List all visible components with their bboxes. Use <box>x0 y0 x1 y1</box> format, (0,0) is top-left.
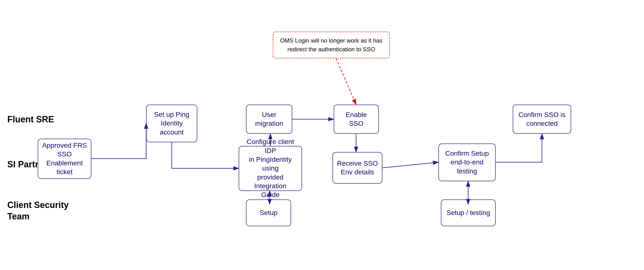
node-setup-ping-text: Set up PingIdentityaccount <box>154 110 190 137</box>
node-configure-client-text: Configure client IDPin PingIdentity usin… <box>242 137 298 200</box>
node-approved-frs: Approved FRSSSOEnablementticket <box>38 139 91 179</box>
oms-login-note: OMS Login will no longer work as it has … <box>273 32 390 58</box>
node-approved-frs-text: Approved FRSSSOEnablementticket <box>42 141 87 177</box>
node-enable-sso-text: EnableSSO <box>346 110 367 128</box>
node-receive-sso: Receive SSOEnv details <box>332 152 382 184</box>
node-confirm-setup-text: Confirm Setupend-to-endtesting <box>445 149 489 176</box>
note-text: OMS Login will no longer work as it has … <box>278 36 384 54</box>
node-configure-client: Configure client IDPin PingIdentity usin… <box>239 146 302 191</box>
node-receive-sso-text: Receive SSOEnv details <box>337 159 378 177</box>
node-setup: Setup <box>246 200 291 226</box>
node-confirm-sso-text: Confirm SSO isconnected <box>518 110 566 128</box>
node-confirm-setup: Confirm Setupend-to-endtesting <box>438 144 496 181</box>
diagram-container: Fluent SRE SI Partner Client SecurityTea… <box>0 0 644 270</box>
node-setup-testing-text: Setup / testing <box>446 209 490 217</box>
node-setup-text: Setup <box>260 209 278 217</box>
node-setup-ping: Set up PingIdentityaccount <box>146 105 197 142</box>
svg-line-6 <box>382 162 438 168</box>
node-user-migration-text: Usermigration <box>255 110 283 128</box>
node-confirm-sso: Confirm SSO isconnected <box>513 105 571 134</box>
node-user-migration: Usermigration <box>246 105 292 134</box>
node-setup-testing: Setup / testing <box>441 200 496 226</box>
svg-line-9 <box>336 58 356 105</box>
lane-label-fluent-sre: Fluent SRE <box>7 114 54 125</box>
node-enable-sso: EnableSSO <box>334 105 379 134</box>
lane-label-client-security: Client SecurityTeam <box>7 200 69 222</box>
